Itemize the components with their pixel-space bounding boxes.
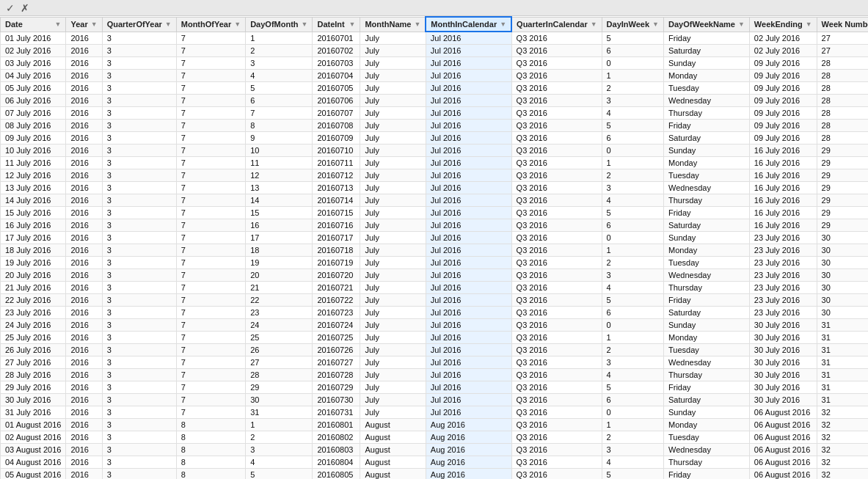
table-row: 01 July 2016201637120160701JulyJul 2016Q…: [1, 32, 869, 45]
cell-dayofweekname: Tuesday: [664, 169, 750, 182]
cell-year: 2016: [66, 406, 102, 419]
cell-monthincal: Jul 2016: [426, 194, 511, 207]
table-row: 30 July 20162016373020160730JulyJul 2016…: [1, 394, 869, 406]
cell-month: 7: [176, 344, 245, 356]
cell-monthincal: Jul 2016: [426, 307, 511, 319]
cell-dayofweekname: Thursday: [664, 369, 750, 381]
cell-quarter: 3: [102, 269, 176, 282]
cell-weekending: 23 July 2016: [749, 232, 817, 244]
col-header-dateint[interactable]: DateInt▼: [313, 17, 360, 32]
cell-dayinweek: 3: [602, 182, 663, 194]
cell-dayinweek: 5: [602, 294, 663, 307]
col-header-quarterincal[interactable]: QuarterInCalendar▼: [511, 17, 602, 32]
cell-monthname: July: [360, 32, 426, 45]
cell-month: 7: [176, 394, 245, 406]
cell-month: 7: [176, 95, 245, 107]
cell-date: 17 July 2016: [1, 232, 66, 244]
cell-dayinweek: 2: [602, 344, 663, 356]
col-header-monthincal[interactable]: MonthInCalendar▼: [426, 17, 511, 32]
cell-monthincal: Jul 2016: [426, 319, 511, 332]
cell-year: 2016: [66, 294, 102, 307]
cell-day: 7: [246, 107, 313, 120]
cell-dateint: 20160718: [313, 244, 360, 257]
table-row: 27 July 20162016372720160727JulyJul 2016…: [1, 356, 869, 369]
sort-icon-quarterincal: ▼: [591, 21, 597, 28]
sort-icon-date: ▼: [55, 21, 62, 28]
col-header-year[interactable]: Year▼: [66, 17, 102, 32]
cell-dayofweekname: Friday: [664, 120, 750, 132]
cell-quarterincal: Q3 2016: [511, 344, 602, 356]
cell-day: 19: [246, 257, 313, 269]
table-row: 05 July 2016201637520160705JulyJul 2016Q…: [1, 82, 869, 95]
col-label-date: Date: [5, 20, 23, 29]
col-header-month[interactable]: MonthOfYear▼: [176, 17, 245, 32]
col-header-date[interactable]: Date▼: [1, 17, 66, 32]
cell-monthincal: Aug 2016: [426, 444, 511, 456]
cell-year: 2016: [66, 57, 102, 70]
cell-dayinweek: 5: [602, 381, 663, 394]
cell-weekending: 06 August 2016: [749, 431, 817, 444]
cell-dayofweekname: Tuesday: [664, 82, 750, 95]
cell-monthincal: Jul 2016: [426, 95, 511, 107]
cell-weeknumber: 28: [817, 57, 868, 70]
col-header-weeknumber[interactable]: Week Number▼: [817, 17, 868, 32]
col-header-weekending[interactable]: WeekEnding▼: [749, 17, 817, 32]
cell-quarter: 3: [102, 82, 176, 95]
cell-dateint: 20160729: [313, 381, 360, 394]
cell-dayofweekname: Tuesday: [664, 431, 750, 444]
cell-quarter: 3: [102, 456, 176, 469]
cell-month: 8: [176, 444, 245, 456]
col-header-dayinweek[interactable]: DayInWeek▼: [602, 17, 663, 32]
cell-day: 11: [246, 157, 313, 169]
cell-weekending: 16 July 2016: [749, 207, 817, 219]
cell-date: 05 August 2016: [1, 469, 66, 480]
cell-date: 06 July 2016: [1, 95, 66, 107]
cell-month: 7: [176, 232, 245, 244]
cell-year: 2016: [66, 444, 102, 456]
cell-monthname: July: [360, 45, 426, 57]
cell-date: 04 August 2016: [1, 456, 66, 469]
cell-date: 16 July 2016: [1, 219, 66, 232]
cell-month: 7: [176, 70, 245, 82]
col-header-day[interactable]: DayOfMonth▼: [246, 17, 313, 32]
check-icon[interactable]: ✓: [6, 3, 15, 13]
table-row: 14 July 20162016371420160714JulyJul 2016…: [1, 194, 869, 207]
cell-date: 05 July 2016: [1, 82, 66, 95]
cell-monthname: August: [360, 419, 426, 431]
col-header-dayofweekname[interactable]: DayOfWeekName▼: [664, 17, 750, 32]
cell-year: 2016: [66, 145, 102, 157]
cell-monthincal: Jul 2016: [426, 332, 511, 344]
cell-quarterincal: Q3 2016: [511, 120, 602, 132]
cell-dayinweek: 3: [602, 95, 663, 107]
cell-date: 02 July 2016: [1, 45, 66, 57]
col-header-quarter[interactable]: QuarterOfYear▼: [102, 17, 176, 32]
cell-dayofweekname: Tuesday: [664, 257, 750, 269]
col-label-dayinweek: DayInWeek: [607, 20, 650, 29]
cell-monthincal: Jul 2016: [426, 57, 511, 70]
cell-dayinweek: 2: [602, 257, 663, 269]
cell-year: 2016: [66, 157, 102, 169]
cell-year: 2016: [66, 32, 102, 45]
cell-date: 03 July 2016: [1, 57, 66, 70]
table-row: 03 August 2016201638320160803AugustAug 2…: [1, 444, 869, 456]
table-row: 28 July 20162016372820160728JulyJul 2016…: [1, 369, 869, 381]
cell-date: 13 July 2016: [1, 182, 66, 194]
cell-dateint: 20160727: [313, 356, 360, 369]
cell-date: 26 July 2016: [1, 344, 66, 356]
cell-year: 2016: [66, 219, 102, 232]
cell-dayinweek: 5: [602, 469, 663, 480]
cell-monthname: July: [360, 257, 426, 269]
cell-weekending: 09 July 2016: [749, 82, 817, 95]
cell-day: 14: [246, 194, 313, 207]
col-header-monthname[interactable]: MonthName▼: [360, 17, 426, 32]
table-row: 22 July 20162016372220160722JulyJul 2016…: [1, 294, 869, 307]
cell-quarter: 3: [102, 244, 176, 257]
cell-quarter: 3: [102, 394, 176, 406]
cell-month: 8: [176, 456, 245, 469]
cell-dayofweekname: Monday: [664, 157, 750, 169]
x-icon[interactable]: ✗: [21, 3, 29, 13]
cell-quarterincal: Q3 2016: [511, 444, 602, 456]
cell-dateint: 20160706: [313, 95, 360, 107]
table-container[interactable]: Date▼Year▼QuarterOfYear▼MonthOfYear▼DayO…: [0, 16, 868, 479]
cell-dateint: 20160707: [313, 107, 360, 120]
